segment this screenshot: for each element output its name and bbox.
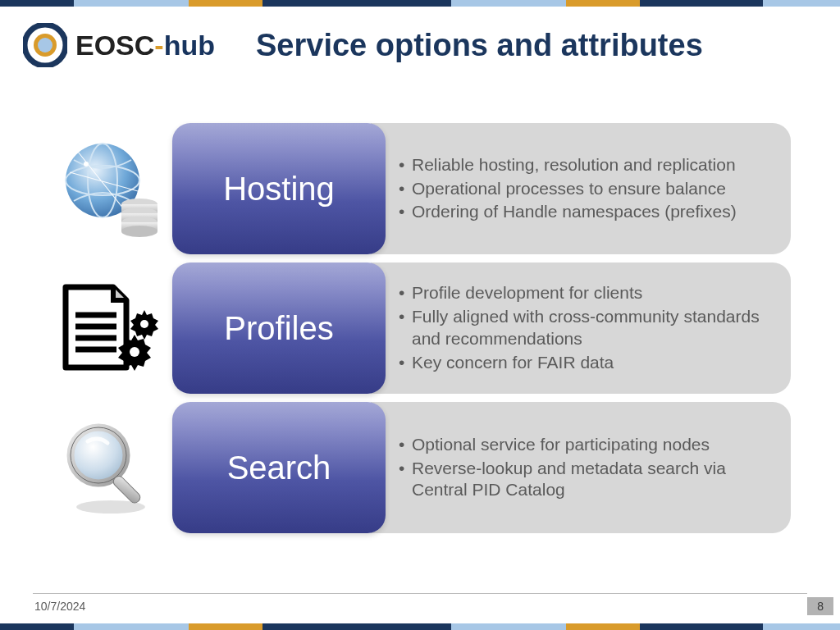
content-area: HostingReliable hosting, resolution and … — [49, 123, 791, 541]
service-description: Optional service for participating nodes… — [371, 402, 791, 533]
footer-date: 10/7/2024 — [34, 600, 85, 613]
logo-text: EOSC-hub — [75, 30, 215, 62]
service-description: Profile development for clientsFully ali… — [371, 262, 791, 394]
slide-title: Service options and attributes — [256, 28, 703, 63]
page-number: 8 — [807, 597, 833, 615]
svg-rect-23 — [112, 474, 142, 504]
logo-icon — [23, 23, 67, 67]
svg-point-18 — [140, 320, 148, 328]
footer: 10/7/2024 8 — [0, 597, 840, 615]
service-description: Reliable hosting, resolution and replica… — [371, 123, 791, 254]
bullet-item: Reverse-lookup and metadata search via C… — [399, 458, 773, 502]
service-row: SearchOptional service for participating… — [49, 402, 791, 533]
service-label: Search — [172, 402, 386, 533]
header: EOSC-hub Service options and attributes — [23, 23, 817, 67]
globe-db-icon — [49, 123, 172, 254]
bullet-item: Reliable hosting, resolution and replica… — [399, 154, 773, 176]
bullet-item: Key concern for FAIR data — [399, 352, 773, 374]
eosc-hub-logo: EOSC-hub — [23, 23, 215, 67]
bullet-item: Ordering of Handle namespaces (prefixes) — [399, 201, 773, 223]
svg-point-19 — [130, 347, 139, 357]
footer-divider — [33, 593, 807, 594]
service-label: Profiles — [172, 262, 386, 394]
svg-point-2 — [38, 38, 52, 52]
svg-point-13 — [121, 226, 158, 237]
bullet-item: Operational processes to ensure balance — [399, 178, 773, 200]
service-row: HostingReliable hosting, resolution and … — [49, 123, 791, 254]
svg-point-6 — [84, 162, 89, 167]
magnifier-icon — [49, 402, 172, 533]
service-label: Hosting — [172, 123, 386, 254]
service-row: ProfilesProfile development for clientsF… — [49, 262, 791, 394]
bullet-item: Profile development for clients — [399, 282, 773, 304]
bullet-item: Optional service for participating nodes — [399, 434, 773, 456]
bullet-item: Fully aligned with cross-community stand… — [399, 306, 773, 350]
bottom-stripe — [0, 623, 840, 630]
top-stripe — [0, 0, 840, 7]
doc-gears-icon — [49, 262, 172, 394]
